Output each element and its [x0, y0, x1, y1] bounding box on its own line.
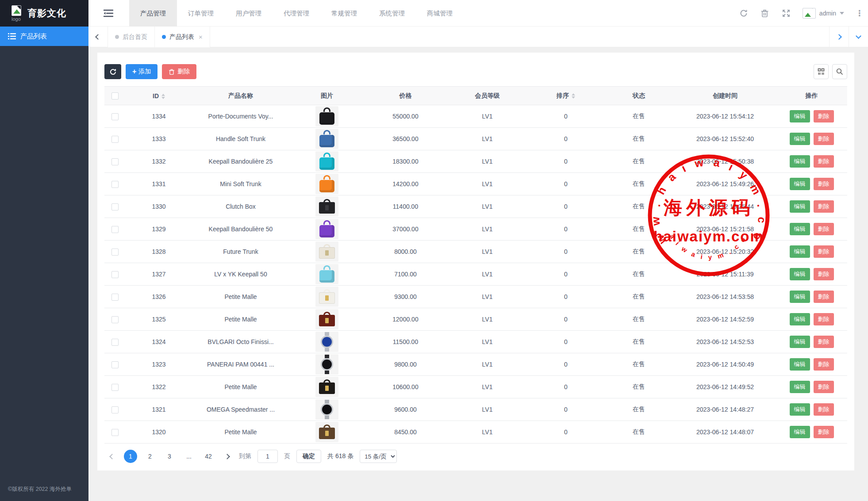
tabs-scroll-left[interactable]: [88, 27, 108, 47]
delete-row-button[interactable]: 删除: [814, 358, 834, 371]
delete-row-button[interactable]: 删除: [814, 381, 834, 393]
copyright: ©版权所有 2022 海外抢单: [8, 486, 72, 493]
status-text: 在售: [603, 150, 674, 173]
product-image: [315, 174, 338, 194]
row-checkbox[interactable]: [111, 158, 119, 165]
sort-value: 0: [528, 195, 603, 218]
edit-button[interactable]: 编辑: [790, 245, 810, 258]
delete-row-button[interactable]: 删除: [814, 223, 834, 235]
row-checkbox[interactable]: [111, 294, 119, 301]
row-checkbox[interactable]: [111, 136, 119, 143]
product-price: 9800.00: [365, 353, 446, 376]
tabs-scroll-right[interactable]: [829, 27, 849, 47]
delete-row-button[interactable]: 删除: [814, 155, 834, 168]
main-content: + 添加 删除: [88, 47, 868, 501]
edit-button[interactable]: 编辑: [790, 223, 810, 235]
edit-button[interactable]: 编辑: [790, 178, 810, 190]
row-checkbox[interactable]: [111, 339, 119, 346]
confirm-button[interactable]: 确定: [296, 450, 321, 463]
product-price: 7100.00: [365, 263, 446, 286]
refresh-icon[interactable]: [739, 8, 749, 18]
edit-button[interactable]: 编辑: [790, 268, 810, 280]
edit-button[interactable]: 编辑: [790, 291, 810, 303]
row-checkbox[interactable]: [111, 181, 119, 188]
add-button[interactable]: + 添加: [126, 64, 157, 79]
column-header-sortable[interactable]: ID: [126, 87, 192, 105]
edit-button[interactable]: 编辑: [790, 381, 810, 393]
top-nav-item[interactable]: 常规管理: [320, 0, 368, 27]
row-checkbox[interactable]: [111, 316, 119, 323]
page-number[interactable]: 2: [143, 450, 157, 463]
delete-row-button[interactable]: 删除: [814, 178, 834, 190]
top-nav-item[interactable]: 商城管理: [416, 0, 464, 27]
page-number[interactable]: 1: [124, 450, 137, 463]
delete-row-button[interactable]: 删除: [814, 110, 834, 122]
next-page-button[interactable]: [221, 451, 233, 462]
delete-row-button[interactable]: 删除: [814, 268, 834, 280]
sort-value: 0: [528, 376, 603, 398]
edit-button[interactable]: 编辑: [790, 133, 810, 145]
delete-row-button[interactable]: 删除: [814, 426, 834, 438]
delete-row-button[interactable]: 删除: [814, 291, 834, 303]
close-icon[interactable]: ×: [199, 33, 203, 41]
created-time: 2023-06-12 14:53:58: [674, 286, 776, 308]
sidebar-item-product-list[interactable]: 产品列表: [0, 27, 88, 46]
top-nav-item[interactable]: 用户管理: [225, 0, 273, 27]
prev-page-button[interactable]: [106, 451, 118, 462]
edit-button[interactable]: 编辑: [790, 336, 810, 348]
edit-button[interactable]: 编辑: [790, 200, 810, 213]
trash-icon: [169, 69, 175, 75]
row-checkbox[interactable]: [111, 249, 119, 256]
more-menu-icon[interactable]: ⋮: [856, 8, 864, 18]
delete-row-button[interactable]: 删除: [814, 313, 834, 325]
edit-button[interactable]: 编辑: [790, 403, 810, 416]
page-size-select[interactable]: 15 条/页: [360, 450, 397, 463]
refresh-button[interactable]: [104, 64, 121, 79]
edit-button[interactable]: 编辑: [790, 313, 810, 325]
edit-button[interactable]: 编辑: [790, 426, 810, 438]
column-header-sortable[interactable]: 排序: [528, 87, 603, 105]
edit-button[interactable]: 编辑: [790, 110, 810, 122]
page-number[interactable]: 42: [202, 450, 215, 463]
goto-page-input[interactable]: [257, 450, 278, 463]
top-nav-item[interactable]: 产品管理: [129, 0, 177, 27]
row-checkbox[interactable]: [111, 384, 119, 391]
status-text: 在售: [603, 218, 674, 241]
columns-filter-button[interactable]: [814, 64, 829, 79]
delete-row-button[interactable]: 删除: [814, 133, 834, 145]
row-checkbox[interactable]: [111, 113, 119, 120]
tab-home[interactable]: 后台首页: [108, 27, 155, 47]
created-time: 2023-06-12 15:21:58: [674, 218, 776, 241]
row-checkbox[interactable]: [111, 203, 119, 210]
sidebar-item-label: 产品列表: [20, 32, 47, 41]
tab-product-list[interactable]: 产品列表 ×: [155, 27, 210, 47]
sort-value: 0: [528, 286, 603, 308]
delete-row-button[interactable]: 删除: [814, 200, 834, 213]
delete-row-button[interactable]: 删除: [814, 403, 834, 416]
top-nav-item[interactable]: 订单管理: [177, 0, 225, 27]
sort-icon[interactable]: [161, 94, 165, 99]
edit-button[interactable]: 编辑: [790, 155, 810, 168]
row-checkbox[interactable]: [111, 361, 119, 368]
select-all-checkbox[interactable]: [111, 92, 119, 99]
search-button[interactable]: [832, 64, 847, 79]
fullscreen-icon[interactable]: [781, 8, 791, 18]
row-checkbox[interactable]: [111, 406, 119, 413]
tabs-dropdown[interactable]: [849, 27, 868, 47]
sort-icon[interactable]: [572, 93, 575, 99]
user-menu[interactable]: admin: [803, 8, 844, 19]
member-level: LV1: [446, 353, 528, 376]
page-number[interactable]: 3: [163, 450, 176, 463]
top-nav-item[interactable]: 系统管理: [368, 0, 416, 27]
row-checkbox[interactable]: [111, 226, 119, 233]
delete-row-button[interactable]: 删除: [814, 245, 834, 258]
edit-button[interactable]: 编辑: [790, 358, 810, 371]
top-nav-item[interactable]: 代理管理: [273, 0, 320, 27]
row-checkbox[interactable]: [111, 271, 119, 278]
product-name: Porte-Documents Voy...: [192, 105, 289, 128]
row-checkbox[interactable]: [111, 429, 119, 436]
menu-fold-icon[interactable]: [103, 8, 114, 19]
delete-row-button[interactable]: 删除: [814, 336, 834, 348]
trash-icon[interactable]: [760, 8, 770, 18]
batch-delete-button[interactable]: 删除: [162, 64, 196, 79]
